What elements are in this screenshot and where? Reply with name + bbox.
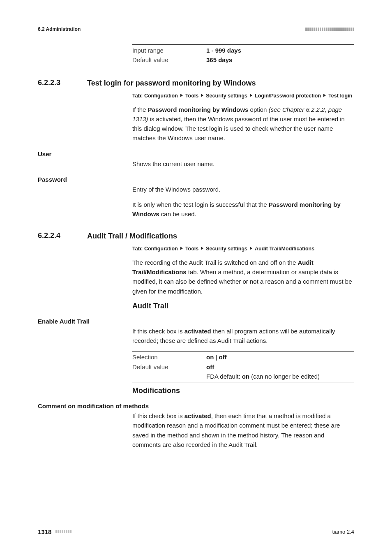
page-header: 6.2 Administration <box>38 26 354 32</box>
text-bold: activated <box>184 412 211 419</box>
text-bold: on <box>242 373 249 380</box>
chevron-right-icon <box>323 94 326 97</box>
text-bold: Password monitoring by Windows <box>148 106 249 113</box>
enable-audit-trail-description: If this check box is activated then all … <box>132 326 354 346</box>
password-description-2: It is only when the test login is succes… <box>132 200 354 219</box>
section-title: Test login for password monitoring by Wi… <box>87 79 354 88</box>
default-value-value: off <box>206 362 354 372</box>
text: The recording of the Audit Trail is swit… <box>132 259 297 266</box>
input-range-value: 1 - 999 days <box>206 46 354 55</box>
product-name: tiamo 2.4 <box>332 529 354 535</box>
empty-key <box>132 372 206 381</box>
section-6-2-2-3-paragraph: If the Password monitoring by Windows op… <box>132 105 354 143</box>
text: If this check box is <box>132 412 184 419</box>
selection-off: off <box>219 354 227 361</box>
footer-tick-marks <box>55 530 71 533</box>
chevron-right-icon <box>201 94 203 97</box>
selection-pipe: | <box>214 354 219 361</box>
selection-value: on | off <box>206 352 354 362</box>
comment-on-modification-label: Comment on modification of methods <box>38 402 354 409</box>
section-title: Audit Trail / Modifications <box>87 231 354 241</box>
section-6-2-2-4-paragraph: The recording of the Audit Trail is swit… <box>132 258 354 296</box>
section-label: 6.2 Administration <box>38 26 81 32</box>
chevron-right-icon <box>250 247 252 250</box>
user-label: User <box>38 150 354 157</box>
page-footer: 1318 tiamo 2.4 <box>38 528 354 535</box>
chevron-right-icon <box>180 94 183 97</box>
input-range-block: Input range 1 - 999 days Default value 3… <box>132 44 354 66</box>
tab-part: Security settings <box>206 93 247 99</box>
tab-part: Test login <box>328 93 352 99</box>
text: If this check box is <box>132 328 184 335</box>
default-value-key: Default value <box>132 362 206 372</box>
default-value-key: Default value <box>132 55 206 65</box>
page-number: 1318 <box>38 528 51 535</box>
selection-on: on <box>206 354 214 361</box>
default-value-value: 365 days <box>206 55 354 65</box>
tab-path-6-2-2-4: Tab: ConfigurationToolsSecurity settings… <box>132 245 354 253</box>
chevron-right-icon <box>201 247 203 250</box>
user-description: Shows the current user name. <box>132 159 354 169</box>
section-number: 6.2.2.3 <box>38 79 87 87</box>
footer-left: 1318 <box>38 528 71 535</box>
fda-default: FDA default: on (can no longer be edited… <box>206 372 354 381</box>
selection-key: Selection <box>132 352 206 362</box>
text: option <box>248 106 268 113</box>
audit-trail-heading: Audit Trail <box>132 302 354 310</box>
enable-audit-trail-label: Enable Audit Trail <box>38 318 354 325</box>
tab-part: Audit Trail/Modifications <box>255 246 314 252</box>
tab-part: Configuration <box>144 246 178 252</box>
header-tick-marks <box>305 28 354 31</box>
text-bold: activated <box>184 328 211 335</box>
tab-part: Configuration <box>144 93 178 99</box>
section-number: 6.2.2.4 <box>38 231 87 240</box>
tab-path-6-2-2-3: Tab: ConfigurationToolsSecurity settings… <box>132 92 354 100</box>
tab-part: Tools <box>185 246 198 252</box>
section-6-2-2-3-heading: 6.2.2.3 Test login for password monitori… <box>38 79 354 88</box>
text: FDA default: <box>206 373 242 380</box>
tab-part: Security settings <box>206 246 247 252</box>
password-description-1: Entry of the Windows password. <box>132 185 354 194</box>
comment-on-modification-description: If this check box is activated, then eac… <box>132 411 354 449</box>
tab-prefix: Tab: <box>132 93 144 99</box>
password-label: Password <box>38 176 354 183</box>
text: (can no longer be edited) <box>249 373 320 380</box>
text: can be used. <box>159 210 196 217</box>
text: It is only when the test login is succes… <box>132 201 269 208</box>
section-6-2-2-4-heading: 6.2.2.4 Audit Trail / Modifications <box>38 231 354 241</box>
text: is activated, then the Windows password … <box>132 116 345 142</box>
modifications-heading: Modifications <box>132 386 354 395</box>
chevron-right-icon <box>250 94 252 97</box>
tab-part: Tools <box>185 93 198 99</box>
tab-part: Login/Password protection <box>255 93 321 99</box>
input-range-key: Input range <box>132 46 206 55</box>
chevron-right-icon <box>180 247 183 250</box>
text: If the <box>132 106 148 113</box>
tab-prefix: Tab: <box>132 246 144 252</box>
audit-trail-selection-block: Selection on | off Default value off FDA… <box>132 351 354 382</box>
